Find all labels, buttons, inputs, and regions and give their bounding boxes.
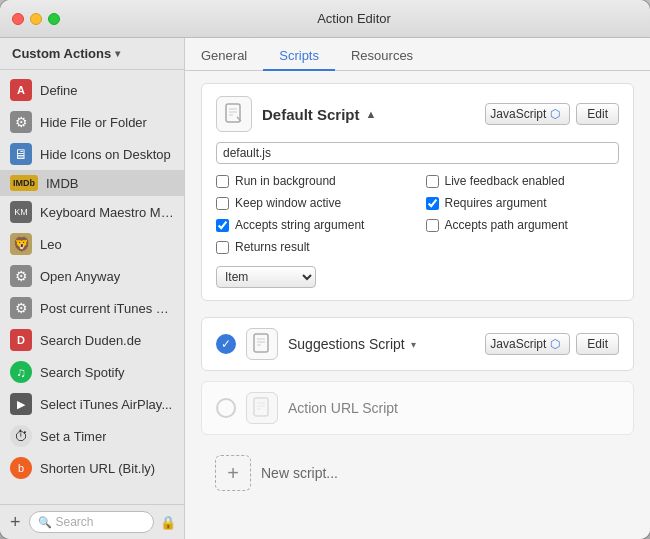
content-area: General Scripts Resources [185, 38, 650, 539]
title-bar: Action Editor [0, 0, 650, 38]
accepts-path-label: Accepts path argument [445, 218, 568, 232]
suggestions-lang-arrow-icon: ⬡ [550, 337, 560, 351]
tab-general[interactable]: General [185, 44, 263, 71]
sidebar-icon-define: A [10, 79, 32, 101]
sidebar-item-imdb[interactable]: IMDb IMDB [0, 170, 184, 196]
sidebar-header-arrow: ▾ [115, 48, 120, 59]
sidebar-icon-keyboard-maestro: KM [10, 201, 32, 223]
sidebar-icon-open-anyway: ⚙ [10, 265, 32, 287]
requires-argument-label: Requires argument [445, 196, 547, 210]
keep-window-checkbox[interactable] [216, 197, 229, 210]
action-url-script-title: Action URL Script [288, 400, 398, 416]
sidebar-label-search-duden: Search Duden.de [40, 333, 141, 348]
sidebar-item-search-duden[interactable]: D Search Duden.de [0, 324, 184, 356]
accepts-string-label: Accepts string argument [235, 218, 364, 232]
suggestions-enabled-indicator[interactable]: ✓ [216, 334, 236, 354]
sidebar-label-search-spotify: Search Spotify [40, 365, 125, 380]
tabs-bar: General Scripts Resources [185, 38, 650, 71]
close-button[interactable] [12, 13, 24, 25]
sidebar-header[interactable]: Custom Actions ▾ [0, 38, 184, 70]
suggestions-script-title-row[interactable]: Suggestions Script ▾ [288, 336, 475, 352]
app-window: Action Editor Custom Actions ▾ A Define … [0, 0, 650, 539]
sidebar-item-hide-icons[interactable]: 🖥 Hide Icons on Desktop [0, 138, 184, 170]
sidebar-icon-search-spotify: ♫ [10, 361, 32, 383]
sidebar-icon-hide-icons: 🖥 [10, 143, 32, 165]
live-feedback-checkbox[interactable] [426, 175, 439, 188]
returns-result-checkbox[interactable] [216, 241, 229, 254]
maximize-button[interactable] [48, 13, 60, 25]
sidebar-label-open-anyway: Open Anyway [40, 269, 120, 284]
new-script-row: + New script... [201, 445, 634, 501]
default-script-title-row[interactable]: Default Script ▲ [262, 106, 475, 123]
default-script-icon [216, 96, 252, 132]
checkbox-run-background: Run in background [216, 174, 410, 188]
checkbox-live-feedback: Live feedback enabled [426, 174, 620, 188]
requires-argument-checkbox[interactable] [426, 197, 439, 210]
sidebar-label-set-timer: Set a Timer [40, 429, 106, 444]
checkbox-accepts-string: Accepts string argument [216, 218, 410, 232]
sidebar-label-leo: Leo [40, 237, 62, 252]
sidebar-icon-set-timer: ⏱ [10, 425, 32, 447]
sidebar-item-keyboard-maestro[interactable]: KM Keyboard Maestro Ma... [0, 196, 184, 228]
tab-resources[interactable]: Resources [335, 44, 429, 71]
default-edit-button[interactable]: Edit [576, 103, 619, 125]
svg-rect-4 [254, 334, 268, 352]
sidebar-label-hide-icons: Hide Icons on Desktop [40, 147, 171, 162]
suggestions-script-controls: JavaScript ⬡ Edit [485, 333, 619, 355]
sidebar-item-select-itunes[interactable]: ▶ Select iTunes AirPlay... [0, 388, 184, 420]
new-script-label[interactable]: New script... [261, 465, 338, 481]
sidebar-label-select-itunes: Select iTunes AirPlay... [40, 397, 172, 412]
sidebar-icon-leo: 🦁 [10, 233, 32, 255]
sidebar-footer: + 🔍 Search 🔒 [0, 504, 184, 539]
suggestions-script-title: Suggestions Script [288, 336, 405, 352]
sidebar-icon-imdb: IMDb [10, 175, 38, 191]
scripts-content: Default Script ▲ JavaScript ⬡ Edit [185, 71, 650, 539]
tab-scripts[interactable]: Scripts [263, 44, 335, 71]
traffic-lights [12, 13, 60, 25]
sidebar-icon-hide-file: ⚙ [10, 111, 32, 133]
sidebar-item-post-itunes[interactable]: ⚙ Post current iTunes so... [0, 292, 184, 324]
sidebar-icon-select-itunes: ▶ [10, 393, 32, 415]
accepts-path-checkbox[interactable] [426, 219, 439, 232]
item-type-select[interactable]: Item File Text URL [216, 266, 316, 288]
main-layout: Custom Actions ▾ A Define ⚙ Hide File or… [0, 38, 650, 539]
lock-icon: 🔒 [160, 515, 176, 530]
action-url-enabled-indicator[interactable] [216, 398, 236, 418]
default-lang-select[interactable]: JavaScript ⬡ [485, 103, 570, 125]
run-background-label: Run in background [235, 174, 336, 188]
sidebar-item-open-anyway[interactable]: ⚙ Open Anyway [0, 260, 184, 292]
sidebar-item-set-timer[interactable]: ⏱ Set a Timer [0, 420, 184, 452]
action-url-script-title-row[interactable]: Action URL Script [288, 400, 619, 416]
default-filename-input[interactable] [216, 142, 619, 164]
sidebar-label-hide-file: Hide File or Folder [40, 115, 147, 130]
sidebar-add-button[interactable]: + [8, 513, 23, 531]
svg-rect-0 [226, 104, 240, 122]
sidebar-icon-post-itunes: ⚙ [10, 297, 32, 319]
check-icon: ✓ [221, 337, 231, 351]
sidebar-item-leo[interactable]: 🦁 Leo [0, 228, 184, 260]
minimize-button[interactable] [30, 13, 42, 25]
sidebar-icon-search-duden: D [10, 329, 32, 351]
default-script-arrow: ▲ [366, 108, 377, 120]
live-feedback-label: Live feedback enabled [445, 174, 565, 188]
new-script-plus-icon[interactable]: + [215, 455, 251, 491]
sidebar-item-shorten-url[interactable]: b Shorten URL (Bit.ly) [0, 452, 184, 484]
sidebar-label-imdb: IMDB [46, 176, 79, 191]
sidebar-item-define[interactable]: A Define [0, 74, 184, 106]
search-placeholder-text: Search [56, 515, 94, 529]
suggestions-lang-select[interactable]: JavaScript ⬡ [485, 333, 570, 355]
sidebar-label-post-itunes: Post current iTunes so... [40, 301, 174, 316]
sidebar-search-bar[interactable]: 🔍 Search [29, 511, 154, 533]
sidebar-item-search-spotify[interactable]: ♫ Search Spotify [0, 356, 184, 388]
checkbox-keep-window: Keep window active [216, 196, 410, 210]
suggestions-edit-button[interactable]: Edit [576, 333, 619, 355]
lang-select-arrow-icon: ⬡ [550, 107, 560, 121]
checkbox-accepts-path: Accepts path argument [426, 218, 620, 232]
run-background-checkbox[interactable] [216, 175, 229, 188]
accepts-string-checkbox[interactable] [216, 219, 229, 232]
suggestions-script-arrow: ▾ [411, 339, 416, 350]
suggestions-script-icon [246, 328, 278, 360]
returns-result-label: Returns result [235, 240, 310, 254]
default-script-section: Default Script ▲ JavaScript ⬡ Edit [201, 83, 634, 301]
sidebar-item-hide-file[interactable]: ⚙ Hide File or Folder [0, 106, 184, 138]
